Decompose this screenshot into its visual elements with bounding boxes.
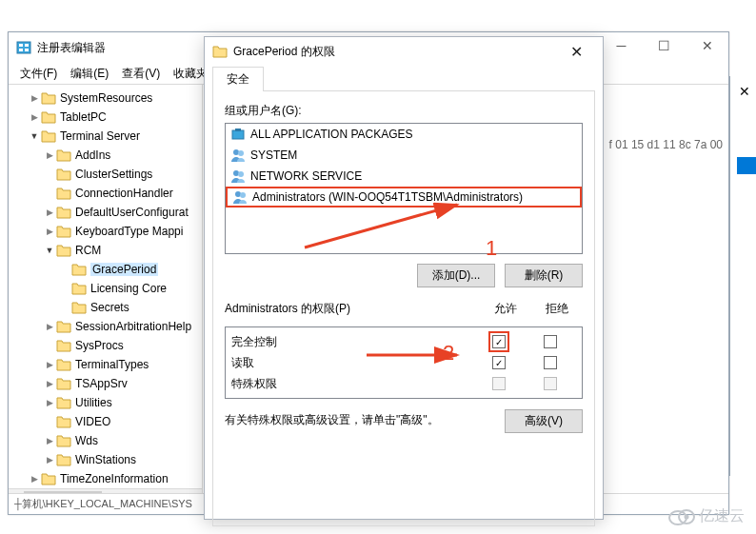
tree-item-label: SessionArbitrationHelp xyxy=(75,320,191,333)
tree-horizontal-scrollbar[interactable]: ◀ ▶ xyxy=(9,488,202,493)
advanced-button[interactable]: 高级(V) xyxy=(505,409,583,433)
folder-icon xyxy=(41,110,56,124)
folder-icon xyxy=(56,187,71,200)
tree-item[interactable]: SysProcs xyxy=(9,336,202,355)
remove-button[interactable]: 删除(R) xyxy=(505,264,583,287)
group-list-item[interactable]: SYSTEM xyxy=(226,145,582,166)
deny-checkbox[interactable] xyxy=(544,335,557,348)
dialog-close-button[interactable]: ✕ xyxy=(557,39,595,64)
permissions-label: Administrators 的权限(P) xyxy=(225,301,350,317)
allow-checkbox[interactable] xyxy=(492,335,506,348)
group-item-label: SYSTEM xyxy=(250,148,297,162)
folder-icon xyxy=(71,263,87,276)
tree-item[interactable]: SessionArbitrationHelp xyxy=(9,317,202,336)
folder-icon xyxy=(56,396,71,409)
permission-name: 特殊权限 xyxy=(231,376,473,392)
minimize-button[interactable]: ─ xyxy=(600,32,643,59)
folder-icon xyxy=(212,45,228,58)
folder-icon xyxy=(56,339,71,352)
chevron-right-icon[interactable] xyxy=(43,455,56,465)
chevron-down-icon[interactable] xyxy=(28,131,41,141)
tree-item-label: AddIns xyxy=(75,148,110,162)
deny-checkbox xyxy=(544,377,557,390)
permission-deny-cell xyxy=(525,356,576,369)
tree-item[interactable]: TabletPC xyxy=(9,108,202,127)
chevron-right-icon[interactable] xyxy=(43,436,56,445)
tree-item-label: SystemResources xyxy=(60,91,152,105)
folder-icon xyxy=(56,453,71,466)
scroll-right-button[interactable]: ▶ xyxy=(187,489,202,493)
tree-item[interactable]: SystemResources xyxy=(9,89,202,108)
secondary-window xyxy=(729,76,756,476)
svg-rect-0 xyxy=(17,42,30,53)
tree-item[interactable]: RCM xyxy=(9,241,202,260)
tree-item[interactable]: TSAppSrv xyxy=(9,374,202,393)
tree-item[interactable]: Terminal Server xyxy=(9,127,202,146)
allow-checkbox[interactable] xyxy=(492,356,506,369)
folder-icon xyxy=(56,434,71,447)
tree-item[interactable]: GracePeriod xyxy=(9,260,202,279)
chevron-right-icon[interactable] xyxy=(43,398,56,407)
chevron-right-icon[interactable] xyxy=(28,474,41,484)
tree-item-label: Terminal Server xyxy=(60,129,140,143)
registry-tree-pane[interactable]: SystemResourcesTabletPCTerminal ServerAd… xyxy=(9,85,203,493)
chevron-right-icon[interactable] xyxy=(43,322,56,331)
tree-item-label: Secrets xyxy=(90,301,129,314)
deny-checkbox[interactable] xyxy=(544,356,557,369)
permission-allow-cell xyxy=(473,335,525,348)
close-button[interactable]: ✕ xyxy=(686,32,728,59)
tree-item[interactable]: KeyboardType Mappi xyxy=(9,222,202,241)
svg-point-8 xyxy=(238,150,244,156)
folder-icon xyxy=(56,225,71,238)
tree-item[interactable]: TerminalTypes xyxy=(9,355,202,374)
chevron-right-icon[interactable] xyxy=(43,208,56,217)
tree-item[interactable]: WinStations xyxy=(9,450,202,469)
watermark-text: 亿速云 xyxy=(699,506,745,526)
folder-icon xyxy=(56,320,71,333)
regedit-icon xyxy=(16,40,31,55)
scroll-thumb[interactable] xyxy=(24,491,102,493)
menu-file[interactable]: 文件(F) xyxy=(14,64,63,84)
maximize-button[interactable]: ☐ xyxy=(643,32,686,59)
add-button[interactable]: 添加(D)... xyxy=(417,264,495,287)
permission-allow-cell xyxy=(473,356,525,369)
tree-item[interactable]: DefaultUserConfigurat xyxy=(9,203,202,222)
svg-point-9 xyxy=(233,170,239,176)
chevron-right-icon[interactable] xyxy=(28,93,41,103)
tree-item[interactable]: TimeZoneInformation xyxy=(9,469,202,488)
dialog-titlebar[interactable]: GracePeriod 的权限 ✕ xyxy=(205,37,603,66)
tree-item[interactable]: Licensing Core xyxy=(9,279,202,298)
tree-item[interactable]: Utilities xyxy=(9,393,202,412)
chevron-right-icon[interactable] xyxy=(43,150,56,160)
secondary-close-icon[interactable]: ✕ xyxy=(739,84,750,99)
users-icon xyxy=(229,168,247,184)
tree-item[interactable]: Secrets xyxy=(9,298,202,317)
tree-item[interactable]: Wds xyxy=(9,431,202,450)
chevron-right-icon[interactable] xyxy=(28,112,41,122)
hex-data-fragment: f 01 15 d1 11 8c 7a 00 xyxy=(609,138,723,151)
scroll-left-button[interactable]: ◀ xyxy=(9,489,24,493)
chevron-right-icon[interactable] xyxy=(43,227,56,236)
column-allow: 允许 xyxy=(480,301,531,321)
tree-item-label: Wds xyxy=(75,434,98,447)
tree-item[interactable]: ConnectionHandler xyxy=(9,184,202,203)
group-list-item[interactable]: ALL APPLICATION PACKAGES xyxy=(226,124,582,145)
chevron-down-icon[interactable] xyxy=(43,246,56,255)
group-item-label: NETWORK SERVICE xyxy=(250,169,362,183)
tree-item-label: TerminalTypes xyxy=(75,358,149,371)
svg-point-7 xyxy=(233,149,239,155)
menu-edit[interactable]: 编辑(E) xyxy=(65,64,114,84)
group-list-item[interactable]: NETWORK SERVICE xyxy=(226,166,582,187)
tree-item[interactable]: VIDEO xyxy=(9,412,202,431)
menu-view[interactable]: 查看(V) xyxy=(116,64,166,84)
tree-item[interactable]: ClusterSettings xyxy=(9,165,202,184)
tree-item-label: RCM xyxy=(75,244,101,257)
group-users-label: 组或用户名(G): xyxy=(225,103,583,119)
tree-item[interactable]: AddIns xyxy=(9,146,202,165)
tab-security[interactable]: 安全 xyxy=(212,67,264,91)
chevron-right-icon[interactable] xyxy=(43,379,56,388)
chevron-right-icon[interactable] xyxy=(43,360,56,369)
watermark: 亿速云 xyxy=(668,506,745,526)
tree-item-label: TabletPC xyxy=(60,110,107,124)
annotation-1: 1 xyxy=(486,236,497,261)
